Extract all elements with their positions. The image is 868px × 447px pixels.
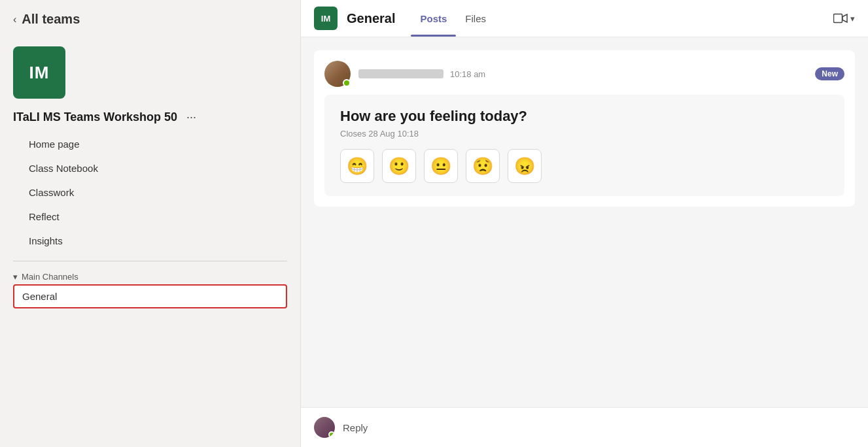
reply-button[interactable]: Reply (343, 422, 368, 433)
team-name: ITaLI MS Teams Workshop 50 (13, 110, 177, 124)
reply-area: Reply (301, 407, 868, 447)
channels-header: ▾ Main Channels (13, 272, 287, 282)
content-area: 10:18 am New How are you feeling today? … (301, 37, 868, 407)
poll-card: How are you feeling today? Closes 28 Aug… (324, 95, 844, 196)
main-panel: IM General Posts Files ▾ (301, 0, 868, 447)
nav-items: Home page Class Notebook Classwork Refle… (0, 129, 300, 256)
channel-title: General (347, 11, 395, 26)
header-tabs: Posts Files (411, 8, 495, 29)
video-chevron-icon: ▾ (850, 14, 855, 24)
nav-item-reflect[interactable]: Reflect (0, 205, 300, 229)
channels-expand-icon[interactable]: ▾ (13, 272, 18, 282)
reply-user-avatar (314, 417, 335, 438)
main-header: IM General Posts Files ▾ (301, 0, 868, 37)
new-badge: New (815, 67, 844, 80)
poll-option-0[interactable]: 😁 (340, 149, 374, 183)
svg-rect-0 (834, 14, 842, 23)
all-teams-back[interactable]: ‹ All teams (0, 0, 300, 33)
poll-option-1[interactable]: 🙂 (382, 149, 416, 183)
header-right: ▾ (833, 13, 855, 24)
poll-options: 😁 🙂 😐 😟 😠 (340, 149, 829, 183)
channel-item-general-label: General (22, 291, 57, 302)
online-status-dot (343, 79, 351, 87)
team-name-row: ITaLI MS Teams Workshop 50 ··· (0, 105, 300, 129)
back-arrow-icon: ‹ (13, 14, 16, 25)
channels-section: ▾ Main Channels General (0, 267, 300, 314)
sidebar: ‹ All teams IM ITaLI MS Teams Workshop 5… (0, 0, 301, 447)
nav-item-classwork[interactable]: Classwork (0, 180, 300, 205)
video-call-button[interactable]: ▾ (833, 13, 855, 24)
nav-item-insights[interactable]: Insights (0, 229, 300, 253)
poll-option-2[interactable]: 😐 (424, 149, 458, 183)
tab-posts[interactable]: Posts (411, 8, 456, 29)
sender-avatar-wrapper (324, 61, 351, 87)
message-time: 10:18 am (450, 69, 485, 79)
poll-question: How are you feeling today? (340, 108, 829, 125)
nav-item-classnotebook[interactable]: Class Notebook (0, 156, 300, 180)
message-container: 10:18 am New How are you feeling today? … (314, 50, 855, 207)
all-teams-label: All teams (22, 12, 80, 27)
sender-name-blurred (358, 69, 443, 78)
team-avatar-text: IM (29, 63, 50, 83)
poll-option-3[interactable]: 😟 (466, 149, 500, 183)
nav-item-homepage[interactable]: Home page (0, 132, 300, 156)
team-more-button[interactable]: ··· (186, 110, 196, 124)
channel-header-avatar: IM (314, 7, 338, 30)
sidebar-divider (13, 261, 287, 261)
team-avatar: IM (13, 46, 65, 99)
video-icon (833, 13, 848, 24)
channel-item-general[interactable]: General (13, 284, 287, 308)
message-header: 10:18 am New (324, 61, 844, 87)
poll-option-4[interactable]: 😠 (508, 149, 542, 183)
reply-online-dot (328, 431, 335, 438)
channel-avatar-text: IM (321, 14, 330, 24)
poll-closes: Closes 28 Aug 10:18 (340, 129, 829, 139)
tab-files[interactable]: Files (456, 8, 495, 29)
channels-header-label: Main Channels (22, 272, 78, 282)
